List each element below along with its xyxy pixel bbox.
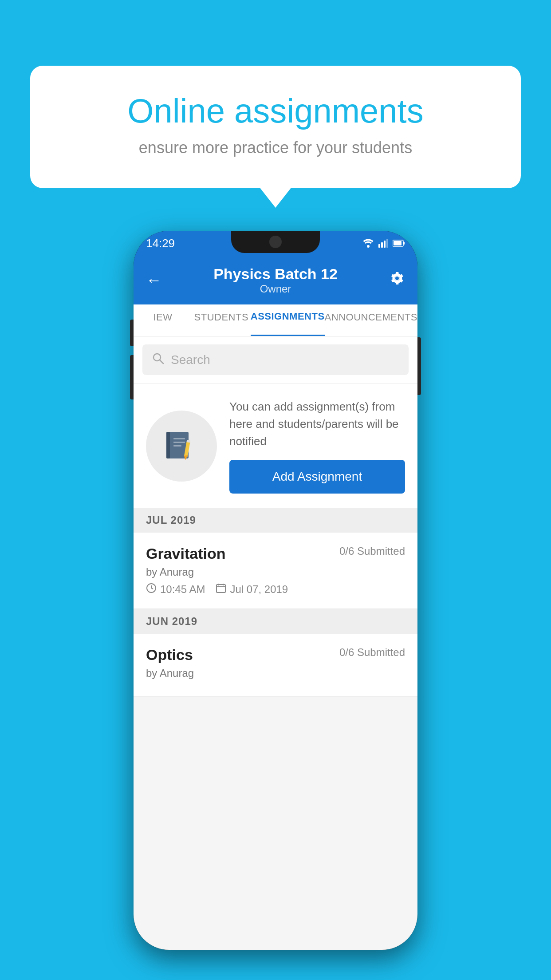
speech-bubble-title: Online assignments (66, 92, 485, 130)
assignment-submitted-optics: 0/6 Submitted (339, 646, 405, 659)
phone-notch (231, 231, 320, 253)
signal-icon (378, 239, 388, 248)
volume-down-button[interactable] (130, 355, 134, 399)
search-bar-container: Search (134, 336, 417, 383)
power-button[interactable] (417, 337, 421, 395)
add-assignment-description: You can add assignment(s) from here and … (229, 398, 405, 450)
add-assignment-right: You can add assignment(s) from here and … (229, 398, 405, 494)
speech-bubble-container: Online assignments ensure more practice … (30, 66, 521, 188)
tabs-container: IEW STUDENTS ASSIGNMENTS ANNOUNCEMENTS (134, 304, 417, 336)
calendar-icon (216, 583, 226, 596)
svg-rect-13 (173, 442, 185, 443)
header-subtitle: Owner (213, 283, 338, 295)
back-button[interactable]: ← (146, 271, 162, 289)
add-assignment-section: You can add assignment(s) from here and … (134, 384, 417, 508)
app-header: ← Physics Batch 12 Owner (134, 256, 417, 304)
header-center: Physics Batch 12 Owner (213, 265, 338, 295)
assignment-item-optics[interactable]: Optics 0/6 Submitted by Anurag (134, 634, 417, 697)
assignment-name-optics: Optics (146, 646, 193, 664)
tab-assignments[interactable]: ASSIGNMENTS (251, 304, 325, 336)
tab-announcements[interactable]: ANNOUNCEMENTS (325, 304, 417, 336)
screen-content: Search (134, 336, 417, 950)
phone-wrapper: 14:29 (134, 231, 417, 950)
svg-rect-6 (403, 242, 405, 245)
notebook-icon (164, 428, 199, 464)
svg-rect-7 (394, 241, 401, 245)
svg-rect-14 (173, 445, 181, 447)
assignment-item-gravitation[interactable]: Gravitation 0/6 Submitted by Anurag 10:4… (134, 533, 417, 609)
phone-camera (269, 236, 282, 248)
status-icons (362, 239, 405, 248)
speech-bubble-subtitle: ensure more practice for your students (66, 138, 485, 157)
svg-point-0 (367, 245, 370, 248)
assignment-top-row-optics: Optics 0/6 Submitted (146, 646, 405, 664)
assignment-icon-circle (146, 411, 217, 482)
svg-rect-12 (173, 438, 185, 439)
svg-rect-11 (166, 432, 170, 458)
speech-bubble: Online assignments ensure more practice … (30, 66, 521, 188)
meta-time: 10:45 AM (146, 583, 205, 596)
tab-students[interactable]: STUDENTS (192, 304, 251, 336)
meta-date: Jul 07, 2019 (216, 583, 288, 596)
settings-icon[interactable] (389, 270, 405, 290)
assignment-submitted: 0/6 Submitted (339, 545, 405, 557)
tab-iew[interactable]: IEW (134, 304, 192, 336)
status-time: 14:29 (146, 237, 175, 250)
header-title: Physics Batch 12 (213, 265, 338, 283)
clock-icon (146, 583, 157, 596)
wifi-icon (362, 239, 374, 248)
add-assignment-button[interactable]: Add Assignment (229, 460, 405, 494)
search-placeholder: Search (171, 353, 210, 367)
assignment-top-row: Gravitation 0/6 Submitted (146, 545, 405, 562)
gear-icon (389, 270, 405, 286)
phone-outer: 14:29 (134, 231, 417, 950)
search-icon (151, 352, 165, 368)
svg-rect-2 (381, 242, 383, 248)
assignment-by: by Anurag (146, 566, 405, 578)
search-bar[interactable]: Search (142, 344, 409, 375)
svg-rect-19 (216, 585, 225, 593)
battery-icon (393, 240, 405, 247)
assignment-by-optics: by Anurag (146, 667, 405, 680)
volume-up-button[interactable] (130, 320, 134, 346)
svg-rect-4 (386, 239, 388, 248)
section-header-jun: JUN 2019 (134, 609, 417, 634)
svg-rect-1 (378, 244, 380, 248)
section-header-jul: JUL 2019 (134, 508, 417, 533)
assignment-name: Gravitation (146, 545, 225, 562)
svg-line-9 (160, 360, 163, 364)
svg-rect-3 (384, 241, 386, 248)
assignment-meta: 10:45 AM Jul 07, 2019 (146, 583, 405, 596)
